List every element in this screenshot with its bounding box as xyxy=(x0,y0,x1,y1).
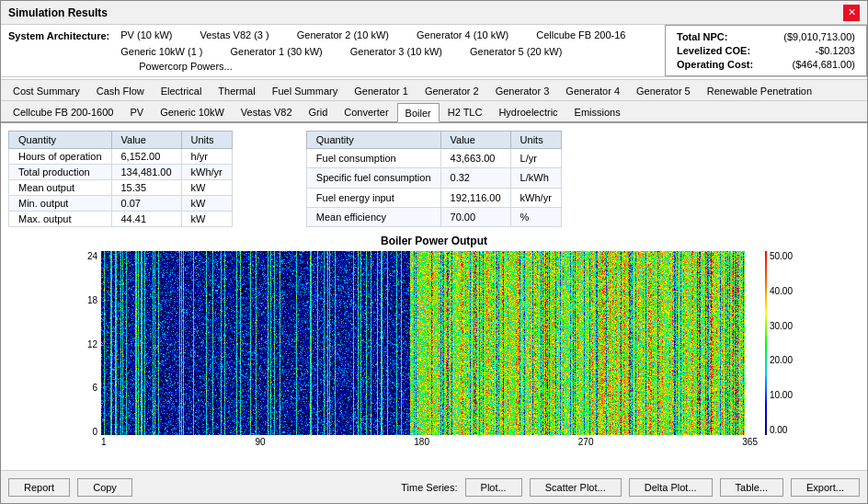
arch-label: System Architecture: xyxy=(8,30,109,41)
scatter-button[interactable]: Scatter Plot... xyxy=(530,478,622,497)
left-table-header-quantity: Quantity xyxy=(9,132,112,149)
left-table-header-units: Units xyxy=(181,132,232,149)
arch-items: PV (10 kW) Vestas V82 (3 ) Generator 2 (… xyxy=(117,29,656,73)
right-table-header-units: Units xyxy=(510,132,561,149)
tab-pv[interactable]: PV xyxy=(121,103,152,121)
colorbar: 50.0040.0030.0020.0010.000.00 xyxy=(765,251,793,453)
left-table-cell-4-1: 44.41 xyxy=(111,212,181,227)
colorbar-label: 20.00 xyxy=(770,355,793,365)
tab-cash-flow[interactable]: Cash Flow xyxy=(88,82,153,100)
npc-panel: Total NPC: ($9,010,713.00) Levelized COE… xyxy=(665,25,867,76)
chart-area: Boiler Power Output 24181260 19018027036… xyxy=(8,235,860,463)
colorbar-gradient xyxy=(765,251,767,435)
heatmap-canvas xyxy=(101,251,745,435)
right-table-cell-0-0: Fuel consumption xyxy=(306,149,440,168)
delta-button[interactable]: Delta Plot... xyxy=(629,478,713,497)
title-bar: Simulation Results ✕ xyxy=(1,1,867,25)
tab-generator4[interactable]: Generator 4 xyxy=(557,82,628,100)
left-table-cell-0-0: Hours of operation xyxy=(9,149,112,165)
tab-grid[interactable]: Grid xyxy=(301,103,337,121)
tab-hydroelectric[interactable]: Hydroelectric xyxy=(490,103,565,121)
left-table-cell-3-2: kW xyxy=(181,196,232,212)
left-table-cell-4-2: kW xyxy=(181,212,232,227)
window-title: Simulation Results xyxy=(8,6,108,19)
left-table-cell-1-0: Total production xyxy=(9,165,112,180)
tab-h2tlc[interactable]: H2 TLC xyxy=(440,103,491,121)
x-axis-label: 1 xyxy=(101,437,107,447)
tab-boiler[interactable]: Boiler xyxy=(397,103,440,122)
bottom-bar: Report Copy Time Series: Plot... Scatter… xyxy=(1,470,867,503)
copy-button[interactable]: Copy xyxy=(77,478,132,497)
tab-cost-summary[interactable]: Cost Summary xyxy=(5,82,88,100)
simulation-results-window: Simulation Results ✕ System Architecture… xyxy=(0,0,868,504)
left-table-cell-3-1: 0.07 xyxy=(111,196,181,212)
tab-emissions[interactable]: Emissions xyxy=(566,103,629,121)
tables-row: Quantity Value Units Hours of operation6… xyxy=(8,131,860,227)
left-table: Quantity Value Units Hours of operation6… xyxy=(8,131,233,227)
y-axis-label: 6 xyxy=(75,383,97,393)
lcoe-label: Levelized COE: xyxy=(677,45,750,56)
arch-item: PV (10 kW) xyxy=(117,29,176,41)
colorbar-label: 50.00 xyxy=(770,251,793,261)
arch-item: Generator 3 (10 kW) xyxy=(347,45,446,58)
left-table-cell-4-0: Max. output xyxy=(9,212,112,227)
tab-electrical[interactable]: Electrical xyxy=(153,82,211,100)
right-table-cell-2-1: 192,116.00 xyxy=(440,188,510,207)
chart-title: Boiler Power Output xyxy=(381,235,487,247)
tab-renewable[interactable]: Renewable Penetration xyxy=(699,82,820,100)
total-npc-value: ($9,010,713.00) xyxy=(783,31,855,42)
x-axis-label: 365 xyxy=(742,437,758,447)
right-table-cell-3-2: % xyxy=(510,207,561,226)
colorbar-label: 0.00 xyxy=(770,425,793,435)
total-npc-label: Total NPC: xyxy=(677,31,727,42)
tab-cellcube[interactable]: Cellcube FB 200-1600 xyxy=(5,103,121,121)
export-button[interactable]: Export... xyxy=(791,478,860,497)
left-table-cell-1-2: kWh/yr xyxy=(181,165,232,180)
left-table-cell-2-0: Mean output xyxy=(9,180,112,196)
x-axis-label: 180 xyxy=(414,437,429,447)
main-content: Quantity Value Units Hours of operation6… xyxy=(1,123,867,470)
x-axis-label: 270 xyxy=(578,437,594,447)
left-table-cell-0-1: 6,152.00 xyxy=(111,149,181,165)
op-cost-label: Operating Cost: xyxy=(677,59,753,70)
right-table-cell-0-2: L/yr xyxy=(510,149,561,168)
tab-fuel-summary[interactable]: Fuel Summary xyxy=(264,82,347,100)
left-table-cell-2-2: kW xyxy=(181,180,232,196)
x-axis: 190180270365 xyxy=(101,435,758,447)
right-table: Quantity Value Units Fuel consumption43,… xyxy=(306,131,562,227)
table-button[interactable]: Table... xyxy=(720,478,783,497)
arch-item: Generator 4 (10 kW) xyxy=(413,29,512,41)
right-table-cell-2-2: kWh/yr xyxy=(510,188,561,207)
right-table-cell-3-1: 70.00 xyxy=(440,207,510,226)
left-table-cell-1-1: 134,481.00 xyxy=(111,165,181,180)
lcoe-value: -$0.1203 xyxy=(816,45,855,56)
report-button[interactable]: Report xyxy=(8,478,70,497)
tab-generator2[interactable]: Generator 2 xyxy=(417,82,487,100)
tab-vestas[interactable]: Vestas V82 xyxy=(233,103,301,121)
colorbar-label-list: 50.0040.0030.0020.0010.000.00 xyxy=(770,251,793,435)
tab-thermal[interactable]: Thermal xyxy=(210,82,263,100)
arch-item: Generator 2 (10 kW) xyxy=(293,29,393,41)
left-table-cell-0-2: h/yr xyxy=(181,149,232,165)
tab-generator5[interactable]: Generator 5 xyxy=(628,82,699,100)
y-axis: 24181260 xyxy=(75,251,101,453)
tabs-row2: Cellcube FB 200-1600 PV Generic 10kW Ves… xyxy=(1,101,867,123)
plot-button[interactable]: Plot... xyxy=(465,478,522,497)
tabs-row1: Cost Summary Cash Flow Electrical Therma… xyxy=(1,80,867,101)
tab-generator3[interactable]: Generator 3 xyxy=(487,82,558,100)
tab-generator1[interactable]: Generator 1 xyxy=(346,82,417,100)
y-axis-label: 0 xyxy=(75,427,97,437)
arch-item: Generator 1 (30 kW) xyxy=(227,45,326,58)
tab-converter[interactable]: Converter xyxy=(336,103,396,121)
arch-item: Vestas V82 (3 ) xyxy=(196,29,272,41)
chart-inner: 190180270365 xyxy=(101,251,758,453)
colorbar-label: 30.00 xyxy=(770,321,793,331)
tab-generic10kw[interactable]: Generic 10kW xyxy=(152,103,233,121)
op-cost-value: ($464,681.00) xyxy=(793,59,856,70)
close-button[interactable]: ✕ xyxy=(843,5,860,21)
right-table-cell-0-1: 43,663.00 xyxy=(440,149,510,168)
left-table-cell-3-0: Min. output xyxy=(9,196,112,212)
colorbar-label: 10.00 xyxy=(770,390,793,400)
right-table-cell-3-0: Mean efficiency xyxy=(306,207,440,226)
y-axis-label: 18 xyxy=(75,295,97,305)
